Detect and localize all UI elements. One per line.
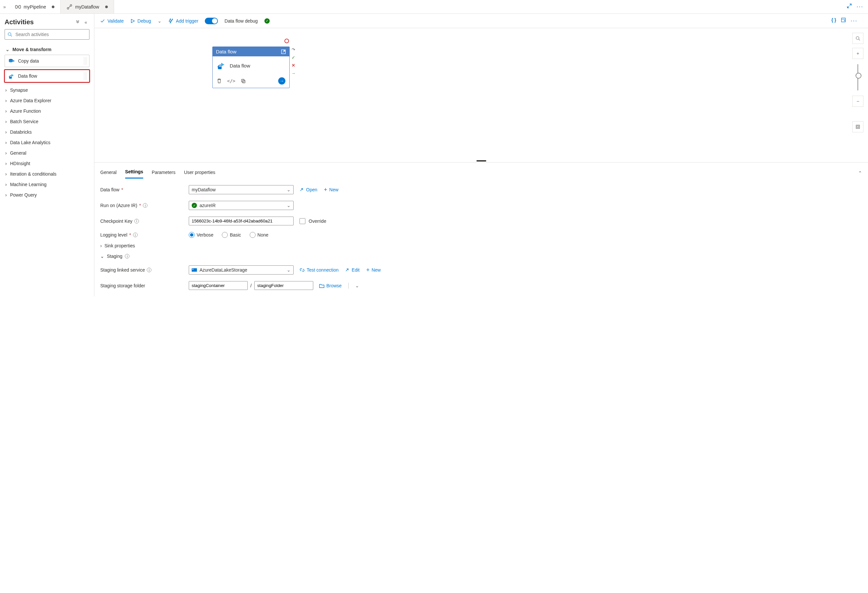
category-item[interactable]: ›Batch Service — [4, 116, 90, 127]
activity-data-flow[interactable]: Data flow — [4, 70, 90, 82]
svg-marker-8 — [12, 74, 14, 77]
info-icon[interactable]: i — [134, 219, 139, 223]
test-connection-button[interactable]: Test connection — [300, 267, 338, 273]
button-label: Validate — [108, 18, 124, 24]
open-in-new-icon[interactable] — [281, 49, 286, 55]
staging-section[interactable]: ⌄ Staging i — [100, 254, 862, 259]
go-icon[interactable]: → — [278, 77, 285, 84]
chevron-right-icon: › — [5, 87, 7, 93]
clone-icon[interactable] — [241, 78, 246, 84]
button-label: Test connection — [307, 267, 338, 273]
code-icon[interactable]: </> — [227, 78, 235, 84]
run-on-select[interactable]: ✓ azureIR ⌄ — [189, 201, 294, 210]
category-item[interactable]: ›Azure Data Explorer — [4, 95, 90, 106]
info-icon[interactable]: i — [133, 233, 137, 237]
new-dataflow-button[interactable]: + New — [324, 186, 338, 193]
data-flow-debug-toggle[interactable] — [205, 18, 218, 24]
category-item[interactable]: ›Synapse — [4, 85, 90, 95]
properties-icon[interactable] — [841, 17, 846, 24]
chevron-down-icon: ⌄ — [5, 47, 10, 52]
sink-properties-section[interactable]: › Sink properties — [100, 243, 862, 248]
label-staging-linked: Staging linked service — [100, 267, 145, 273]
code-view-icon[interactable]: { } — [831, 17, 836, 24]
add-trigger-button[interactable]: Add trigger — [168, 18, 198, 24]
open-dataflow-button[interactable]: Open — [300, 187, 317, 192]
category-label: Azure Function — [10, 108, 41, 114]
expand-icon[interactable] — [847, 3, 852, 10]
category-item[interactable]: ›Machine Learning — [4, 179, 90, 190]
edit-linked-button[interactable]: Edit — [345, 267, 359, 273]
sidebar-expand-icon[interactable] — [75, 20, 82, 25]
category-item[interactable]: ›Iteration & conditionals — [4, 169, 90, 179]
category-item[interactable]: ›General — [4, 148, 90, 158]
svg-rect-26 — [192, 268, 197, 272]
status-ok-icon: ✓ — [192, 203, 197, 208]
breakpoint-icon[interactable] — [285, 39, 289, 43]
chevron-down-icon: ⌄ — [100, 254, 104, 259]
category-item[interactable]: ›Power Query — [4, 190, 90, 200]
tab-parameters[interactable]: Parameters — [152, 168, 175, 178]
svg-rect-27 — [192, 268, 193, 270]
checkpoint-input[interactable] — [189, 217, 294, 226]
tab-general[interactable]: General — [100, 168, 117, 178]
tab-user-properties[interactable]: User properties — [184, 168, 215, 178]
path-separator: / — [248, 283, 254, 288]
radio-none[interactable]: None — [250, 232, 269, 238]
radio-verbose[interactable]: Verbose — [189, 232, 213, 238]
category-item[interactable]: ›Azure Function — [4, 106, 90, 116]
select-value: AzureDataLakeStorage — [199, 267, 247, 273]
validate-button[interactable]: Validate — [100, 18, 124, 24]
category-label: Synapse — [10, 87, 28, 93]
new-linked-button[interactable]: + New — [366, 267, 381, 274]
category-item[interactable]: ›Databricks — [4, 127, 90, 137]
collapse-panel-icon[interactable]: ⌃ — [858, 170, 862, 176]
tab-settings[interactable]: Settings — [125, 167, 143, 178]
category-item[interactable]: ›Data Lake Analytics — [4, 137, 90, 148]
activity-copy-data[interactable]: Copy data — [4, 55, 90, 67]
zoom-out-button[interactable]: − — [852, 96, 864, 107]
label-staging-folder: Staging storage folder — [100, 283, 145, 288]
select-value: azureIR — [199, 203, 216, 208]
more-icon[interactable]: ··· — [856, 3, 864, 10]
staging-linked-select[interactable]: AzureDataLakeStorage ⌄ — [189, 266, 294, 274]
debug-dropdown[interactable]: ⌄ — [158, 18, 162, 24]
category-move-transform[interactable]: ⌄ Move & transform — [4, 44, 90, 55]
port-fail-icon[interactable]: ✕ — [291, 63, 295, 68]
search-input[interactable] — [15, 31, 87, 37]
chevron-down-icon: ⌄ — [287, 203, 291, 208]
data-flow-select[interactable]: myDataflow ⌄ — [189, 185, 294, 194]
canvas-search-icon[interactable] — [852, 33, 864, 44]
chevron-right-icon: › — [5, 130, 7, 135]
tab-pipeline[interactable]: myPipeline — [9, 0, 61, 13]
button-label: Debug — [137, 18, 151, 24]
search-activities[interactable] — [4, 29, 90, 40]
svg-line-23 — [859, 39, 860, 41]
browse-dropdown-icon[interactable]: ⌄ — [355, 283, 359, 288]
more-icon[interactable]: ··· — [851, 17, 858, 24]
zoom-slider[interactable] — [858, 64, 858, 90]
category-item[interactable]: ›HDInsight — [4, 158, 90, 169]
tab-dataflow[interactable]: myDataflow — [61, 0, 114, 13]
info-icon[interactable]: i — [143, 203, 148, 208]
port-completion-icon[interactable]: → — [291, 71, 295, 75]
staging-folder-input[interactable] — [254, 281, 313, 290]
browse-folder-button[interactable]: Browse — [319, 283, 342, 288]
radio-basic[interactable]: Basic — [222, 232, 241, 238]
required-icon: * — [139, 203, 141, 208]
fit-to-screen-icon[interactable] — [852, 121, 864, 132]
delete-icon[interactable] — [217, 78, 222, 84]
staging-container-input[interactable] — [189, 281, 248, 290]
sidebar-collapse-icon[interactable]: « — [82, 20, 90, 25]
debug-button[interactable]: Debug — [130, 18, 151, 24]
port-skip-icon[interactable]: ↷ — [291, 47, 295, 52]
tabs-overflow-icon[interactable]: » — [0, 4, 9, 9]
override-checkbox[interactable] — [300, 218, 306, 224]
info-icon[interactable]: i — [125, 254, 130, 258]
chevron-down-icon: ⌄ — [287, 267, 291, 273]
port-success-icon[interactable]: ✓ — [291, 55, 295, 60]
pipeline-canvas[interactable]: Data flow Data flow — [94, 28, 868, 160]
info-icon[interactable]: i — [147, 268, 151, 272]
dataflow-activity-node[interactable]: Data flow Data flow — [212, 47, 290, 88]
drag-handle-icon — [84, 57, 87, 65]
zoom-in-button[interactable]: + — [852, 48, 864, 59]
